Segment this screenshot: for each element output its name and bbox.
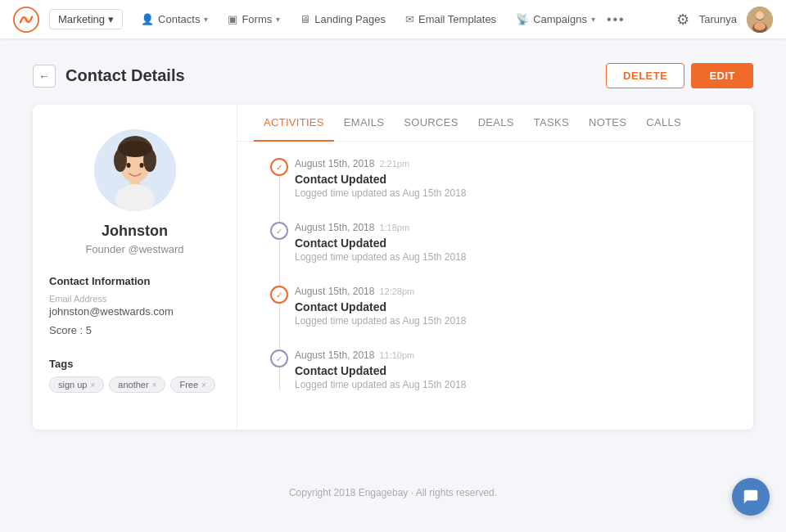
contact-name: Johnston <box>102 223 168 240</box>
delete-button[interactable]: DELETE <box>606 63 684 88</box>
footer-text: Copyright 2018 Engagebay · All rights re… <box>289 487 497 498</box>
tag-item: Free× <box>170 376 215 393</box>
user-name: Tarunya <box>699 13 737 25</box>
activity-date: August 15th, 2018 <box>295 349 374 361</box>
svg-point-1 <box>23 16 29 22</box>
landing-icon: 🖥 <box>300 13 310 25</box>
email-icon: ✉ <box>405 13 414 25</box>
campaigns-icon: 📡 <box>516 13 529 25</box>
svg-point-12 <box>119 141 151 157</box>
avatar[interactable] <box>747 7 773 33</box>
timeline-item: ✓ August 15th, 2018 2:21pm Contact Updat… <box>295 158 737 199</box>
activity-title: Contact Updated <box>295 173 737 186</box>
footer: Copyright 2018 Engagebay · All rights re… <box>0 471 786 515</box>
right-panel: ACTIVITIESEMAILSSOURCESDEALSTASKSNOTESCA… <box>237 105 753 430</box>
email-label: Email Address <box>49 294 220 304</box>
navbar-right: ⚙ Tarunya <box>676 7 773 33</box>
chat-bubble-button[interactable] <box>732 478 770 515</box>
svg-point-15 <box>126 163 130 168</box>
contacts-icon: 👤 <box>141 13 154 25</box>
contact-info-section: Contact Information Email Address johnst… <box>49 275 220 343</box>
tab-calls[interactable]: CALLS <box>636 105 691 142</box>
app-logo[interactable] <box>13 7 39 33</box>
activity-time: 12:28pm <box>379 286 414 296</box>
chevron-forms-icon: ▾ <box>276 15 280 24</box>
workspace-dropdown[interactable]: Marketing ▾ <box>49 9 123 29</box>
activity-title: Contact Updated <box>295 364 737 377</box>
tag-item: another× <box>109 376 165 393</box>
contact-score: Score : 5 <box>49 324 220 336</box>
contact-role: Founder @westward <box>85 243 183 255</box>
tab-notes[interactable]: NOTES <box>579 105 636 142</box>
svg-point-6 <box>754 22 766 30</box>
activity-icon: ✓ <box>270 286 288 304</box>
chat-icon <box>742 488 760 506</box>
timeline-item: ✓ August 15th, 2018 12:28pm Contact Upda… <box>295 286 737 327</box>
timeline-item: ✓ August 15th, 2018 11:10pm Contact Upda… <box>295 349 737 390</box>
activity-time: 1:18pm <box>379 223 409 232</box>
tab-deals[interactable]: DEALS <box>468 105 524 142</box>
svg-point-5 <box>756 11 764 20</box>
activity-desc: Logged time updated as Aug 15th 2018 <box>295 251 737 263</box>
activity-title: Contact Updated <box>295 300 737 313</box>
remove-tag-icon[interactable]: × <box>201 381 206 390</box>
contact-email: johnston@westwards.com <box>49 305 220 318</box>
remove-tag-icon[interactable]: × <box>152 381 157 390</box>
contact-card: Johnston Founder @westward Contact Infor… <box>33 105 753 430</box>
activities-content: ✓ August 15th, 2018 2:21pm Contact Updat… <box>237 142 753 430</box>
activity-date-row: August 15th, 2018 12:28pm <box>295 286 737 297</box>
chevron-down-icon: ▾ <box>108 13 114 25</box>
activity-icon: ✓ <box>270 222 288 240</box>
more-options-button[interactable]: ••• <box>607 12 626 27</box>
page-content: ← Contact Details DELETE EDIT <box>0 38 786 454</box>
tabs-row: ACTIVITIESEMAILSSOURCESDEALSTASKSNOTESCA… <box>237 105 753 142</box>
tab-tasks[interactable]: TASKS <box>524 105 579 142</box>
back-button[interactable]: ← <box>33 65 56 88</box>
title-row: ← Contact Details DELETE EDIT <box>33 63 753 88</box>
timeline: ✓ August 15th, 2018 2:21pm Contact Updat… <box>270 158 737 390</box>
contact-avatar <box>94 129 176 211</box>
navbar: Marketing ▾ 👤 Contacts ▾ ▣ Forms ▾ 🖥 Lan… <box>0 0 786 38</box>
svg-point-16 <box>139 163 143 168</box>
remove-tag-icon[interactable]: × <box>90 381 95 390</box>
settings-icon[interactable]: ⚙ <box>676 11 689 29</box>
nav-contacts[interactable]: 👤 Contacts ▾ <box>133 10 216 29</box>
left-panel: Johnston Founder @westward Contact Infor… <box>33 105 237 430</box>
nav-landing-pages[interactable]: 🖥 Landing Pages <box>291 10 394 29</box>
tab-sources[interactable]: SOURCES <box>394 105 468 142</box>
nav-forms[interactable]: ▣ Forms ▾ <box>219 10 288 29</box>
activity-desc: Logged time updated as Aug 15th 2018 <box>295 187 737 199</box>
page-title: Contact Details <box>66 66 606 85</box>
timeline-item: ✓ August 15th, 2018 1:18pm Contact Updat… <box>295 222 737 263</box>
tags-row: sign up×another×Free× <box>49 376 220 393</box>
workspace-label: Marketing <box>58 13 105 25</box>
activity-icon: ✓ <box>270 349 288 367</box>
activity-title: Contact Updated <box>295 237 737 250</box>
tags-section: Tags sign up×another×Free× <box>49 358 220 393</box>
activity-date: August 15th, 2018 <box>295 158 374 169</box>
activity-date: August 15th, 2018 <box>295 286 374 297</box>
nav-email-templates[interactable]: ✉ Email Templates <box>397 10 504 29</box>
info-section-title: Contact Information <box>49 275 220 287</box>
chevron-campaigns-icon: ▾ <box>591 15 595 24</box>
activity-date: August 15th, 2018 <box>295 222 374 233</box>
activity-desc: Logged time updated as Aug 15th 2018 <box>295 379 737 390</box>
activity-desc: Logged time updated as Aug 15th 2018 <box>295 315 737 327</box>
activity-time: 11:10pm <box>379 350 414 360</box>
activity-time: 2:21pm <box>379 159 409 169</box>
nav-campaigns[interactable]: 📡 Campaigns ▾ <box>508 10 603 29</box>
activity-date-row: August 15th, 2018 2:21pm <box>295 158 737 169</box>
activity-date-row: August 15th, 2018 11:10pm <box>295 349 737 361</box>
edit-button[interactable]: EDIT <box>691 63 753 88</box>
chevron-contacts-icon: ▾ <box>204 15 208 24</box>
forms-icon: ▣ <box>228 13 237 25</box>
tab-emails[interactable]: EMAILS <box>334 105 394 142</box>
tags-title: Tags <box>49 358 220 370</box>
tab-activities[interactable]: ACTIVITIES <box>254 105 334 142</box>
activity-date-row: August 15th, 2018 1:18pm <box>295 222 737 233</box>
tag-item: sign up× <box>49 376 104 393</box>
activity-icon: ✓ <box>270 158 288 176</box>
